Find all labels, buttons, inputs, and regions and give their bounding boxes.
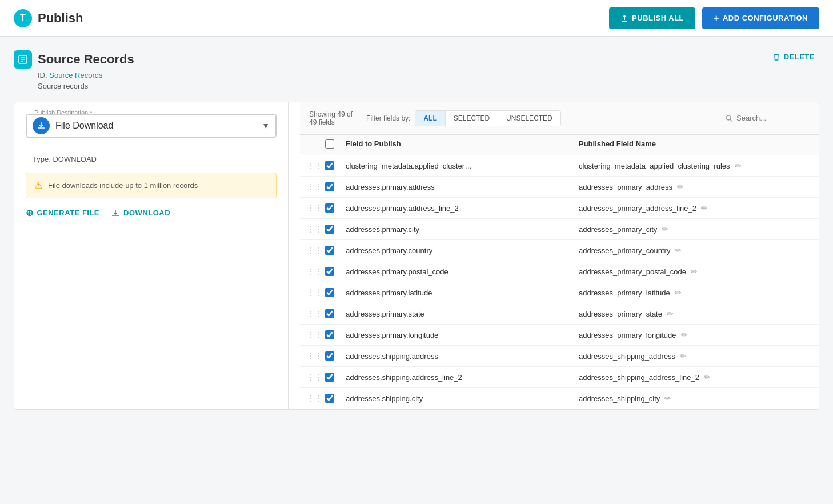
field-name: clustering_metadata.applied_cluster…	[346, 162, 579, 170]
search-icon	[725, 114, 733, 122]
drag-handle[interactable]: ⋮⋮	[307, 267, 325, 276]
table-row: ⋮⋮ addresses.primary.country addresses_p…	[300, 240, 819, 261]
published-field-name: addresses_shipping_city ✏	[579, 394, 812, 403]
field-name: addresses.primary.longitude	[346, 331, 579, 339]
field-name: addresses.primary.address	[346, 183, 579, 191]
edit-icon[interactable]: ✏	[675, 246, 682, 255]
filter-tabs: ALL SELECTED UNSELECTED	[415, 110, 560, 126]
edit-icon[interactable]: ✏	[681, 330, 688, 339]
row-checkbox[interactable]	[325, 309, 334, 318]
row-checkbox-cell	[325, 309, 346, 318]
svg-point-5	[726, 115, 731, 120]
drag-handle[interactable]: ⋮⋮	[307, 161, 325, 170]
row-checkbox[interactable]	[325, 182, 334, 191]
table-row: ⋮⋮ addresses.primary.state addresses_pri…	[300, 303, 819, 325]
content-layout: Publish Destination * File Download ▼ Ty…	[14, 102, 819, 410]
edit-icon[interactable]: ✏	[680, 351, 687, 361]
filter-tab-all[interactable]: ALL	[415, 111, 445, 126]
edit-icon[interactable]: ✏	[691, 267, 698, 276]
row-checkbox-cell	[325, 330, 346, 339]
row-checkbox[interactable]	[325, 288, 334, 297]
section-header: Source Records ID: Source Records Source…	[14, 50, 819, 90]
destination-select[interactable]: File Download ▼	[26, 114, 276, 137]
row-checkbox[interactable]	[325, 330, 334, 339]
col-field-header: Field to Publish	[346, 139, 579, 150]
published-field-name: addresses_primary_postal_code ✏	[579, 267, 812, 276]
drag-handle[interactable]: ⋮⋮	[307, 309, 325, 318]
download-button[interactable]: DOWNLOAD	[111, 207, 170, 218]
row-checkbox-cell	[325, 373, 346, 382]
published-field-name: addresses_primary_latitude ✏	[579, 288, 812, 297]
field-name: addresses.shipping.address	[346, 352, 579, 361]
section-description: Source records	[38, 82, 134, 90]
drag-handle[interactable]: ⋮⋮	[307, 330, 325, 339]
drag-handle[interactable]: ⋮⋮	[307, 394, 325, 403]
svg-line-6	[730, 119, 732, 122]
row-checkbox-cell	[325, 203, 346, 213]
row-checkbox[interactable]	[325, 225, 334, 234]
col-published-header: Published Field Name	[579, 139, 812, 150]
published-field-name: addresses_primary_state ✏	[579, 309, 812, 318]
drag-handle[interactable]: ⋮⋮	[307, 246, 325, 255]
filter-tab-unselected[interactable]: UNSELECTED	[498, 111, 560, 126]
edit-icon[interactable]: ✏	[675, 288, 682, 297]
edit-icon[interactable]: ✏	[667, 309, 674, 318]
table-row: ⋮⋮ addresses.shipping.address_line_2 add…	[300, 367, 819, 388]
drag-handle[interactable]: ⋮⋮	[307, 203, 325, 213]
table-row: ⋮⋮ addresses.primary.longitude addresses…	[300, 325, 819, 346]
select-all-checkbox[interactable]	[325, 139, 334, 149]
row-checkbox[interactable]	[325, 161, 334, 170]
right-panel: Showing 49 of 49 fields Filter fields by…	[300, 102, 819, 409]
search-wrapper	[720, 111, 810, 125]
main-content: Source Records ID: Source Records Source…	[0, 37, 833, 504]
destination-label: File Download	[55, 121, 255, 131]
edit-icon[interactable]: ✏	[662, 225, 668, 234]
warning-text: File downloads include up to 1 million r…	[48, 181, 198, 190]
field-name: addresses.primary.postal_code	[346, 267, 579, 276]
section-id: ID: Source Records	[38, 71, 134, 79]
drag-handle[interactable]: ⋮⋮	[307, 225, 325, 234]
svg-rect-0	[622, 21, 627, 22]
row-checkbox-cell	[325, 351, 346, 361]
row-checkbox-cell	[325, 288, 346, 297]
row-checkbox[interactable]	[325, 246, 334, 255]
edit-icon[interactable]: ✏	[735, 161, 742, 170]
section-id-link[interactable]: Source Records	[49, 71, 102, 79]
field-name: addresses.primary.country	[346, 246, 579, 255]
edit-icon[interactable]: ✏	[677, 182, 684, 191]
delete-button[interactable]: DELETE	[768, 50, 819, 63]
left-panel: Publish Destination * File Download ▼ Ty…	[14, 102, 289, 409]
edit-icon[interactable]: ✏	[664, 394, 671, 403]
drag-handle[interactable]: ⋮⋮	[307, 351, 325, 361]
generate-file-button[interactable]: ⊕ GENERATE FILE	[26, 207, 99, 218]
search-input[interactable]	[736, 114, 805, 122]
filter-label: Filter fields by:	[366, 114, 410, 122]
row-checkbox[interactable]	[325, 203, 334, 213]
table-row: ⋮⋮ addresses.primary.postal_code address…	[300, 261, 819, 282]
drag-handle[interactable]: ⋮⋮	[307, 182, 325, 191]
publish-all-button[interactable]: PUBLISH ALL	[609, 7, 695, 29]
download-arrow-icon	[111, 209, 120, 218]
add-configuration-button[interactable]: + ADD CONFIGURATION	[702, 7, 819, 29]
row-checkbox[interactable]	[325, 373, 334, 382]
plus-circle-icon: ⊕	[26, 207, 34, 218]
filter-group: Filter fields by: ALL SELECTED UNSELECTE…	[366, 110, 561, 126]
field-name: addresses.primary.latitude	[346, 289, 579, 297]
filter-tab-selected[interactable]: SELECTED	[446, 111, 498, 126]
delete-icon	[772, 53, 780, 61]
drag-handle[interactable]: ⋮⋮	[307, 373, 325, 382]
header-top-row: Showing 49 of 49 fields Filter fields by…	[309, 110, 561, 126]
published-field-name: addresses_primary_longitude ✏	[579, 330, 812, 339]
fields-table: ⋮⋮ clustering_metadata.applied_cluster… …	[300, 155, 819, 409]
published-field-name: addresses_shipping_address ✏	[579, 351, 812, 361]
type-label: Type: DOWNLOAD	[26, 147, 277, 166]
row-checkbox[interactable]	[325, 267, 334, 276]
destination-fieldset: Publish Destination * File Download ▼	[26, 114, 277, 138]
edit-icon[interactable]: ✏	[701, 203, 708, 213]
edit-icon[interactable]: ✏	[704, 373, 711, 382]
col-checkbox	[325, 139, 346, 150]
warning-icon: ⚠	[34, 180, 42, 191]
drag-handle[interactable]: ⋮⋮	[307, 288, 325, 297]
row-checkbox[interactable]	[325, 394, 334, 403]
row-checkbox[interactable]	[325, 351, 334, 361]
